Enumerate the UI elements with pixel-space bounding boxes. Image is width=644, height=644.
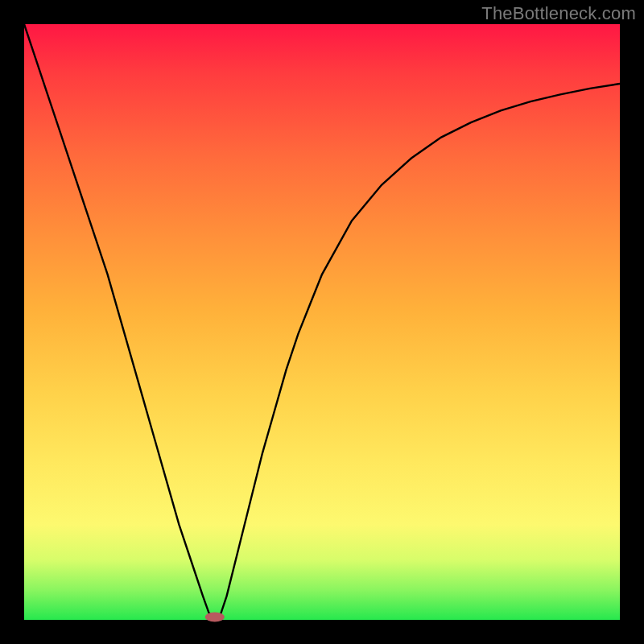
- optimal-marker: [205, 613, 225, 622]
- curve-path: [24, 24, 620, 619]
- chart-frame: TheBottleneck.com: [0, 0, 644, 644]
- bottleneck-curve: [24, 24, 620, 620]
- plot-area: [24, 24, 620, 620]
- watermark-text: TheBottleneck.com: [481, 3, 636, 24]
